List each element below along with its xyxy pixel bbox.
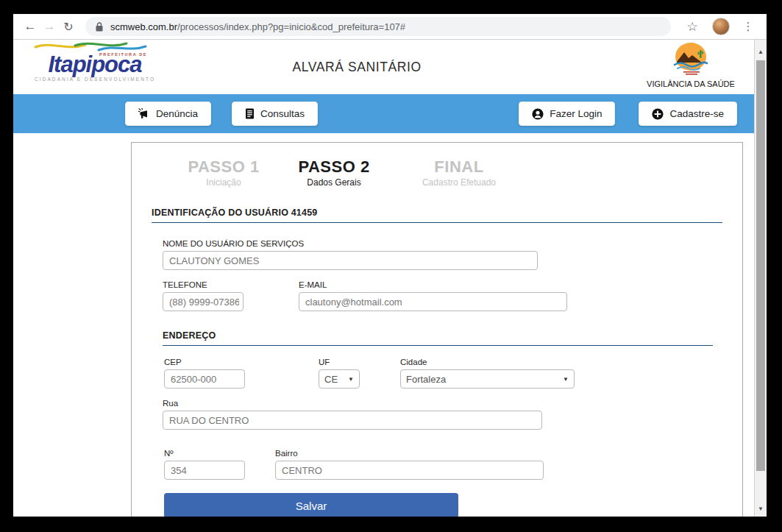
- cep-uf-cidade-row: CEP UF CE ▼: [163, 358, 722, 389]
- section-divider: [163, 345, 713, 346]
- url-path: /processos/index.php?pg=inicio&cod_prefe…: [177, 21, 405, 32]
- form-card: PASSO 1 Iniciação PASSO 2 Dados Gerais F…: [131, 142, 743, 517]
- itapipoca-logo-tagline-bottom: CIDADANIA E DESENVOLVIMENTO: [32, 77, 157, 82]
- uf-selected-value: CE: [324, 374, 338, 385]
- identificacao-section-title: IDENTIFICAÇÃO DO USUÁRIO 41459: [152, 208, 722, 218]
- url-text: scmweb.com.br/processos/index.php?pg=ini…: [110, 21, 405, 32]
- nome-label: NOME DO USUÁRIO DE SERVIÇOS: [163, 239, 722, 248]
- bairro-input[interactable]: [275, 461, 544, 480]
- cadastre-se-button[interactable]: Cadastre-se: [639, 102, 737, 126]
- cidade-selected-value: Fortaleza: [406, 374, 446, 385]
- step-title: PASSO 2: [279, 157, 389, 176]
- main-content: PASSO 1 Iniciação PASSO 2 Dados Gerais F…: [13, 133, 754, 517]
- chevron-down-icon: ▼: [348, 376, 354, 383]
- url-bar[interactable]: scmweb.com.br/processos/index.php?pg=ini…: [85, 17, 671, 36]
- itapipoca-logo-tagline-top: PREFEITURA DE: [99, 53, 147, 57]
- rua-label: Rua: [163, 399, 722, 408]
- main-navbar: Denúncia Consultas: [13, 94, 754, 133]
- rua-input[interactable]: [163, 411, 542, 430]
- step-title: PASSO 1: [168, 157, 279, 176]
- forward-icon[interactable]: →: [40, 19, 59, 34]
- form-body: NOME DO USUÁRIO DE SERVIÇOS TELEFONE E-M…: [163, 239, 722, 517]
- document-icon: [245, 108, 255, 119]
- telefone-email-row: TELEFONE E-MAIL: [163, 280, 722, 311]
- step-subtitle: Iniciação: [168, 177, 279, 188]
- url-domain: scmweb.com.br: [110, 21, 177, 32]
- profile-avatar[interactable]: [712, 18, 730, 35]
- scroll-down-icon[interactable]: ▼: [755, 506, 767, 512]
- scrollbar-thumb[interactable]: [756, 60, 765, 471]
- page-viewport: Itapipoca PREFEITURA DE CIDADANIA E DESE…: [13, 40, 754, 517]
- consultas-label: Consultas: [260, 108, 305, 119]
- consultas-button[interactable]: Consultas: [232, 102, 318, 126]
- bairro-field: Bairro: [275, 449, 544, 480]
- step-title: FINAL: [389, 157, 529, 176]
- scroll-up-icon[interactable]: ▲: [755, 49, 767, 55]
- bookmark-star-icon[interactable]: ☆: [683, 19, 702, 35]
- cidade-select[interactable]: Fortaleza ▼: [400, 369, 575, 389]
- endereco-section-title: ENDEREÇO: [163, 330, 722, 341]
- denuncia-button[interactable]: Denúncia: [125, 102, 211, 126]
- navbar-left-group: Denúncia Consultas: [125, 102, 318, 126]
- browser-window: ← → ↻ scmweb.com.br/processos/index.php?…: [13, 14, 767, 517]
- vigilancia-logo: VIGILÂNCIA DA SAÚDE: [630, 42, 751, 88]
- uf-label: UF: [319, 358, 360, 366]
- email-input[interactable]: [299, 292, 567, 311]
- uf-field: UF CE ▼: [319, 358, 360, 389]
- wizard-steps: PASSO 1 Iniciação PASSO 2 Dados Gerais F…: [168, 157, 722, 188]
- back-icon[interactable]: ←: [21, 19, 40, 34]
- cidade-field: Cidade Fortaleza ▼: [400, 358, 575, 389]
- plus-circle-icon: [652, 108, 664, 120]
- cidade-label: Cidade: [400, 358, 575, 366]
- navbar-right-group: Fazer Login Cadastre-se: [519, 102, 737, 126]
- step-subtitle: Cadastro Efetuado: [389, 177, 529, 188]
- rua-field: Rua: [163, 399, 722, 430]
- user-circle-icon: [532, 108, 544, 120]
- salvar-button[interactable]: Salvar: [164, 493, 458, 517]
- browser-toolbar: ← → ↻ scmweb.com.br/processos/index.php?…: [13, 14, 767, 40]
- browser-menu-icon[interactable]: ⋮: [739, 20, 758, 33]
- numero-label: Nº: [164, 449, 245, 458]
- chevron-down-icon: ▼: [563, 376, 569, 383]
- email-label: E-MAIL: [299, 280, 567, 289]
- megaphone-icon: [138, 108, 150, 119]
- denuncia-label: Denúncia: [156, 108, 198, 119]
- page-scrollbar[interactable]: ▲ ▼: [754, 40, 767, 517]
- lock-icon: [96, 22, 103, 32]
- desktop-background: ← → ↻ scmweb.com.br/processos/index.php?…: [0, 0, 782, 532]
- vigilancia-sun-icon: [667, 42, 714, 76]
- fazer-login-button[interactable]: Fazer Login: [519, 102, 615, 126]
- refresh-icon[interactable]: ↻: [59, 20, 78, 34]
- bairro-label: Bairro: [275, 449, 544, 458]
- cep-input[interactable]: [164, 369, 245, 389]
- fazer-login-label: Fazer Login: [550, 108, 602, 119]
- cadastre-se-label: Cadastre-se: [669, 108, 724, 119]
- email-field: E-MAIL: [299, 280, 567, 311]
- step-subtitle: Dados Gerais: [279, 177, 389, 188]
- site-header: Itapipoca PREFEITURA DE CIDADANIA E DESE…: [13, 40, 754, 94]
- page-title: ALVARÁ SANITÁRIO: [13, 60, 700, 75]
- itapipoca-waves-icon: [32, 40, 149, 52]
- cep-field: CEP: [164, 358, 245, 389]
- telefone-field: TELEFONE: [163, 280, 244, 311]
- vigilancia-caption: VIGILÂNCIA DA SAÚDE: [630, 79, 751, 88]
- section-divider: [152, 222, 722, 223]
- numero-bairro-row: Nº Bairro: [163, 449, 722, 480]
- nome-input[interactable]: [163, 251, 538, 270]
- uf-select[interactable]: CE ▼: [319, 369, 360, 389]
- endereco-section: ENDEREÇO CEP UF CE: [163, 330, 722, 517]
- numero-field: Nº: [164, 449, 245, 480]
- step-passo-1: PASSO 1 Iniciação: [168, 157, 279, 188]
- step-passo-2: PASSO 2 Dados Gerais: [279, 157, 389, 188]
- numero-input[interactable]: [164, 461, 245, 480]
- telefone-label: TELEFONE: [163, 280, 244, 289]
- cep-label: CEP: [164, 358, 245, 366]
- step-final: FINAL Cadastro Efetuado: [389, 157, 529, 188]
- telefone-input[interactable]: [163, 292, 244, 311]
